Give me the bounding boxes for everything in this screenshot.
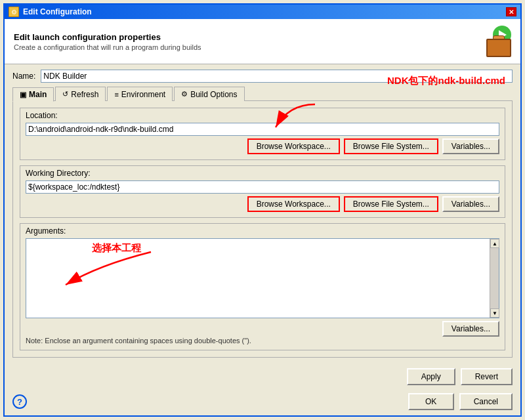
dialog-header: Edit launch configuration properties Cre… xyxy=(5,19,520,64)
location-btn-row: Browse Workspace... Browse File System..… xyxy=(26,138,499,154)
working-directory-variables-button[interactable]: Variables... xyxy=(442,196,499,212)
edit-configuration-dialog: ⚙ Edit Configuration ✕ Edit launch confi… xyxy=(3,3,522,417)
arguments-scrollbar: ▲ ▼ xyxy=(490,239,499,318)
footer-apply-revert: Apply Revert xyxy=(5,363,520,390)
cancel-button[interactable]: Cancel xyxy=(459,393,513,410)
dialog-title: Edit Configuration xyxy=(23,7,92,16)
working-directory-input[interactable] xyxy=(26,180,499,194)
tab-main-label: Main xyxy=(29,90,47,99)
header-subtitle: Create a configuration that will run a p… xyxy=(14,43,201,51)
arguments-btn-row: Variables... xyxy=(26,321,499,337)
arguments-textarea-wrap: ▲ ▼ xyxy=(26,238,499,318)
apply-button[interactable]: Apply xyxy=(407,368,455,385)
working-directory-browse-workspace-button[interactable]: Browse Workspace... xyxy=(247,196,340,212)
arguments-label: Arguments: xyxy=(26,226,499,236)
location-input[interactable] xyxy=(26,123,499,136)
refresh-tab-icon: ↺ xyxy=(62,90,68,98)
header-text: Edit launch configuration properties Cre… xyxy=(14,32,201,51)
tab-content-main: NDK包下的ndk-build.cmd Location: Browse Wor… xyxy=(12,100,513,358)
tab-build-options[interactable]: ⚙ Build Options xyxy=(174,87,244,101)
location-browse-workspace-button[interactable]: Browse Workspace... xyxy=(247,138,340,154)
dialog-bottom: ? OK Cancel xyxy=(5,390,520,415)
working-directory-browse-filesystem-button[interactable]: Browse File System... xyxy=(344,196,438,212)
tab-bar: ▣ Main ↺ Refresh ≡ Environment ⚙ Build O… xyxy=(12,87,513,101)
help-button[interactable]: ? xyxy=(12,394,27,409)
tab-main[interactable]: ▣ Main xyxy=(12,87,54,102)
scroll-up-button[interactable]: ▲ xyxy=(490,239,499,248)
header-icon xyxy=(480,26,511,57)
title-bar: ⚙ Edit Configuration ✕ xyxy=(5,5,520,19)
scroll-down-button[interactable]: ▼ xyxy=(490,308,499,318)
ok-button[interactable]: OK xyxy=(408,393,454,410)
toolbox-handle xyxy=(493,35,505,39)
environment-tab-icon: ≡ xyxy=(114,91,118,98)
arguments-group: Arguments: ▲ ▼ Variables... Note: Enclos… xyxy=(20,223,505,350)
location-group: Location: Browse Workspace... Browse Fil… xyxy=(20,108,505,160)
location-browse-filesystem-button[interactable]: Browse File System... xyxy=(344,138,438,154)
working-directory-btn-row: Browse Workspace... Browse File System..… xyxy=(26,196,499,212)
name-label: Name: xyxy=(12,72,35,81)
bottom-right-buttons: OK Cancel xyxy=(408,393,513,410)
main-tab-icon: ▣ xyxy=(20,91,26,99)
tab-build-options-label: Build Options xyxy=(190,90,237,99)
dialog-body: Name: ▣ Main ↺ Refresh ≡ Environment xyxy=(5,64,520,363)
header-title: Edit launch configuration properties xyxy=(14,32,201,42)
tabs-and-content: ▣ Main ↺ Refresh ≡ Environment ⚙ Build O… xyxy=(12,87,513,358)
location-input-row xyxy=(26,123,499,136)
arguments-variables-button[interactable]: Variables... xyxy=(442,321,499,337)
build-options-tab-icon: ⚙ xyxy=(181,90,188,98)
working-directory-input-row xyxy=(26,180,499,194)
working-directory-group: Working Directory: Browse Workspace... B… xyxy=(20,165,505,218)
revert-button[interactable]: Revert xyxy=(461,368,513,385)
scroll-track xyxy=(490,248,499,308)
tab-environment[interactable]: ≡ Environment xyxy=(107,87,173,101)
name-input[interactable] xyxy=(41,70,513,83)
tab-refresh-label: Refresh xyxy=(71,90,98,99)
arguments-note: Note: Enclose an argument containing spa… xyxy=(26,337,499,345)
location-label: Location: xyxy=(26,111,499,120)
toolbox-icon xyxy=(486,39,511,57)
dialog-icon: ⚙ xyxy=(9,7,19,17)
name-row: Name: xyxy=(12,70,513,83)
arguments-textarea[interactable] xyxy=(26,239,499,318)
title-bar-left: ⚙ Edit Configuration xyxy=(9,7,92,17)
tab-environment-label: Environment xyxy=(121,90,165,99)
location-variables-button[interactable]: Variables... xyxy=(442,138,499,154)
working-directory-label: Working Directory: xyxy=(26,169,499,178)
close-button[interactable]: ✕ xyxy=(506,7,516,16)
tab-refresh[interactable]: ↺ Refresh xyxy=(55,87,106,101)
